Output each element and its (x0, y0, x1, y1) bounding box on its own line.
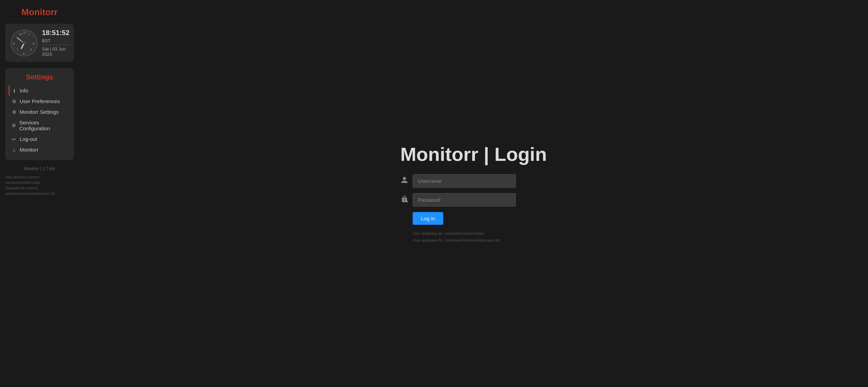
svg-text:1: 1 (28, 33, 30, 36)
svg-line-14 (407, 202, 408, 202)
clock-timezone: BST (42, 38, 69, 45)
sidebar-item-user-preferences[interactable]: ⚙ User Preferences (9, 96, 70, 107)
login-button[interactable]: Log in (413, 212, 443, 225)
svg-text:7: 7 (17, 48, 19, 51)
sidebar-footer: Data directory present: /var/www/monitor… (5, 175, 74, 197)
home-icon: ⌂ (11, 147, 17, 153)
password-icon (400, 195, 409, 204)
clock-date: Sat | 03 Jun 2023 (42, 46, 69, 57)
login-container: Monitorr | Login Log in (400, 143, 547, 244)
svg-text:3: 3 (33, 42, 34, 45)
username-row (400, 174, 516, 188)
sidebar-item-info[interactable]: ℹ Info (9, 85, 70, 96)
gear-icon-1: ⚙ (11, 99, 17, 104)
sidebar-item-logout[interactable]: ↩ Log-out (9, 134, 70, 144)
clock-face: 12 3 6 9 10 1 5 7 (10, 29, 38, 57)
login-footer-info: User database dir: /var/www/monitorr/dat… (413, 230, 500, 244)
password-input[interactable] (413, 193, 516, 207)
gear-icon-3: ⚙ (11, 123, 17, 128)
sidebar: Monitorr 12 3 6 9 10 1 5 7 18:51:52 (0, 0, 79, 387)
gear-icon-2: ⚙ (11, 109, 17, 115)
info-icon: ℹ (11, 88, 17, 93)
svg-text:5: 5 (30, 48, 32, 51)
svg-text:6: 6 (23, 52, 25, 55)
svg-text:12: 12 (23, 31, 26, 34)
clock-info: 18:51:52 BST Sat | 03 Jun 2023 (42, 29, 69, 57)
svg-text:9: 9 (13, 42, 15, 45)
settings-nav: ℹ Info ⚙ User Preferences ⚙ Monitorr Set… (9, 85, 70, 155)
sidebar-item-monitorr[interactable]: ⌂ Monitorr (9, 144, 70, 155)
user-icon (400, 176, 409, 186)
settings-panel: Settings ℹ Info ⚙ User Preferences ⚙ Mon… (5, 68, 74, 160)
login-title: Monitorr | Login (400, 143, 547, 165)
sidebar-item-services-configuration[interactable]: ⚙ Services Configuration (9, 117, 70, 134)
username-input[interactable] (413, 174, 516, 188)
app-title: Monitorr (5, 7, 74, 18)
clock-time: 18:51:52 (42, 29, 69, 37)
clock-widget: 12 3 6 9 10 1 5 7 18:51:52 BST Sat | 03 … (5, 24, 74, 62)
sidebar-item-monitorr-settings[interactable]: ⚙ Monitorr Settings (9, 107, 70, 117)
svg-point-12 (23, 42, 25, 44)
svg-text:10: 10 (19, 33, 22, 36)
version-info: Monitorr | 1.7.6m (5, 166, 74, 171)
main-content: Monitorr | Login Log in (79, 0, 868, 387)
settings-title: Settings (9, 73, 70, 81)
logout-icon: ↩ (11, 136, 17, 142)
password-row (400, 193, 516, 207)
